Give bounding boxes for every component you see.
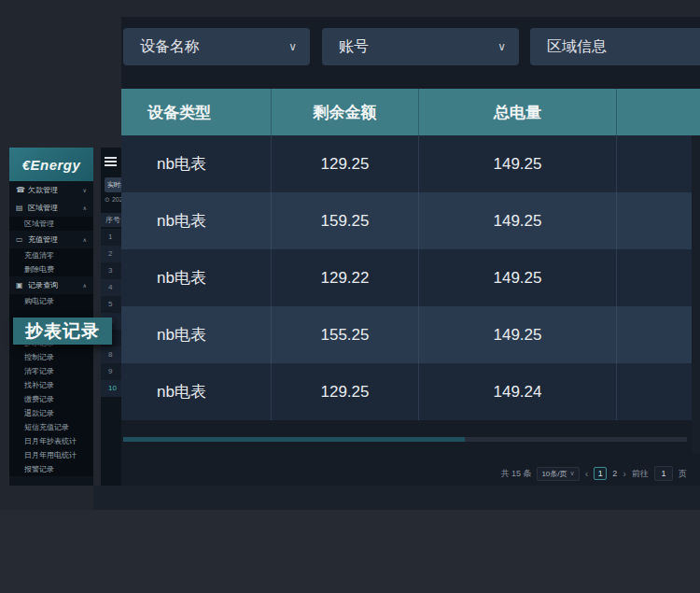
- hamburger-icon[interactable]: [105, 157, 117, 166]
- chevron-up-icon: [83, 282, 87, 289]
- cell-clipped: [617, 363, 700, 420]
- serial-rows: 1 2 3 4 5 6 7 8 9 10: [101, 229, 121, 397]
- chevron-down-icon: [83, 187, 87, 193]
- sidebar-subitem-control-records[interactable]: 控制记录: [9, 350, 93, 364]
- records-icon: [16, 281, 24, 289]
- cell-total-power: 149.25: [419, 192, 617, 249]
- table-row: nb电表 155.25 149.25: [121, 306, 700, 363]
- sidebar-subitem-purchase-records[interactable]: 购电记录: [9, 294, 93, 308]
- chevron-up-icon: [83, 205, 87, 211]
- page-button-1[interactable]: 1: [594, 467, 607, 480]
- app-logo: €Energy: [9, 148, 93, 181]
- sidebar-subitem-delete-fee[interactable]: 删除电费: [9, 262, 93, 276]
- sidebar-subitem-recharge-clear[interactable]: 充值清零: [9, 248, 93, 262]
- serial-row: 4: [101, 279, 121, 296]
- sidebar-item-arrears[interactable]: 欠款管理: [9, 181, 93, 199]
- total-count: 共 15 条: [500, 468, 531, 480]
- sidebar-subitem-sms-recharge-records[interactable]: 短信充值记录: [9, 420, 93, 434]
- logo-text: €Energy: [22, 157, 81, 173]
- sidebar-subitem-clear-records[interactable]: 清零记录: [9, 364, 93, 378]
- sidebar-item-region-management[interactable]: 区域管理: [9, 199, 93, 217]
- app-canvas: €Energy 欠款管理 区域管理 区域管理 充值管理: [0, 0, 700, 593]
- column-header-total-power: 总电量: [419, 89, 617, 135]
- sidebar-subitem-refund-records[interactable]: 退款记录: [9, 406, 93, 420]
- horizontal-scrollbar-thumb[interactable]: [123, 437, 465, 442]
- sidebar-subitem-payment-records[interactable]: 缴费记录: [9, 392, 93, 406]
- cell-remaining-amount: 155.25: [272, 306, 419, 363]
- serial-column-header: 序号: [101, 213, 121, 227]
- serial-row: 1: [101, 229, 121, 246]
- cell-clipped: [617, 192, 700, 249]
- column-header-remaining-amount: 剩余金额: [272, 89, 419, 135]
- serial-row-active: 10: [101, 380, 121, 397]
- device-name-select[interactable]: 设备名称: [123, 28, 310, 65]
- serial-row: 3: [101, 262, 121, 279]
- cell-remaining-amount: 129.25: [272, 135, 419, 192]
- realtime-read-button[interactable]: 实时抄: [105, 177, 121, 192]
- panel-bottom-shadow: [93, 486, 700, 510]
- chevron-up-icon: [83, 236, 87, 243]
- region-icon: [16, 204, 24, 212]
- page-background-band: [0, 510, 700, 593]
- cell-remaining-amount: 129.22: [272, 249, 419, 306]
- cell-total-power: 149.24: [419, 363, 617, 420]
- table-body: nb电表 129.25 149.25 nb电表 159.25 149.25 nb…: [121, 135, 700, 420]
- cell-remaining-amount: 129.25: [272, 363, 419, 420]
- clock-icon: [105, 196, 112, 203]
- sidebar-subitem-reading-statistics[interactable]: 日月年抄表统计: [9, 434, 93, 448]
- table-header: 设备类型 剩余金额 总电量: [121, 89, 700, 135]
- goto-page-input[interactable]: [654, 466, 673, 481]
- column-header-device-type: 设备类型: [121, 89, 272, 135]
- headset-icon: [16, 186, 24, 194]
- cell-clipped: [617, 249, 700, 306]
- sidebar-item-recharge-management[interactable]: 充值管理: [9, 231, 93, 248]
- table-row: nb电表 129.25 149.25: [121, 135, 700, 192]
- page-size-select[interactable]: 10条/页: [537, 467, 579, 481]
- cell-total-power: 149.25: [419, 135, 617, 192]
- main-panel: 设备名称 账号 区域信息 设备类型 剩余金额 总电量 nb电表 129.25 1…: [121, 17, 700, 486]
- cell-clipped: [617, 135, 700, 192]
- serial-row: 2: [101, 246, 121, 262]
- serial-row: 8: [101, 346, 121, 363]
- horizontal-scrollbar[interactable]: [123, 437, 687, 442]
- cell-device-type: nb电表: [121, 249, 272, 306]
- sidebar-item-meter-reading-active[interactable]: 抄表记录: [13, 318, 112, 345]
- sidebar-subitem-usage-statistics[interactable]: 日月年用电统计: [9, 448, 93, 462]
- column-header-clipped: [617, 89, 700, 135]
- cell-device-type: nb电表: [121, 135, 272, 192]
- page-button-2[interactable]: 2: [612, 469, 617, 478]
- cell-clipped: [617, 306, 700, 363]
- sidebar-subitem-alarm-records[interactable]: 报警记录: [9, 462, 93, 476]
- vertical-scrollbar[interactable]: [692, 135, 700, 454]
- goto-label: 前往: [632, 468, 649, 480]
- table-row: nb电表 129.22 149.25: [121, 249, 700, 306]
- recharge-card-icon: [16, 235, 24, 244]
- sidebar: €Energy 欠款管理 区域管理 区域管理 充值管理: [9, 148, 93, 486]
- prev-page-button[interactable]: ‹: [585, 467, 589, 480]
- chevron-down-icon: [570, 470, 575, 477]
- submenu-region: 区域管理: [9, 217, 93, 231]
- goto-unit: 页: [679, 468, 687, 480]
- next-page-button[interactable]: ›: [623, 467, 626, 480]
- chevron-down-icon: [288, 40, 297, 53]
- date-picker[interactable]: 202: [105, 196, 121, 204]
- table-row: nb电表 129.25 149.24: [121, 363, 700, 420]
- sidebar-subitem-adjust-records[interactable]: 找补记录: [9, 378, 93, 392]
- account-select[interactable]: 账号: [322, 28, 519, 65]
- background-panel-strip: 实时抄 202 序号 1 2 3 4 5 6 7 8 9 10: [101, 148, 121, 486]
- sidebar-item-record-query[interactable]: 记录查询: [9, 276, 93, 294]
- table-row: nb电表 159.25 149.25: [121, 192, 700, 249]
- cell-device-type: nb电表: [121, 192, 272, 249]
- sidebar-subitem-region[interactable]: 区域管理: [9, 217, 93, 231]
- cell-total-power: 149.25: [419, 249, 617, 306]
- chevron-down-icon: [497, 40, 506, 53]
- region-select[interactable]: 区域信息: [530, 28, 700, 65]
- pagination: 共 15 条 10条/页 ‹ 1 2 › 前往 页: [500, 466, 687, 481]
- serial-row: 9: [101, 363, 121, 380]
- cell-device-type: nb电表: [121, 306, 272, 363]
- serial-row: 5: [101, 296, 121, 313]
- cell-device-type: nb电表: [121, 363, 272, 420]
- cell-total-power: 149.25: [419, 306, 617, 363]
- submenu-recharge: 充值清零 删除电费: [9, 248, 93, 276]
- cell-remaining-amount: 159.25: [272, 192, 419, 249]
